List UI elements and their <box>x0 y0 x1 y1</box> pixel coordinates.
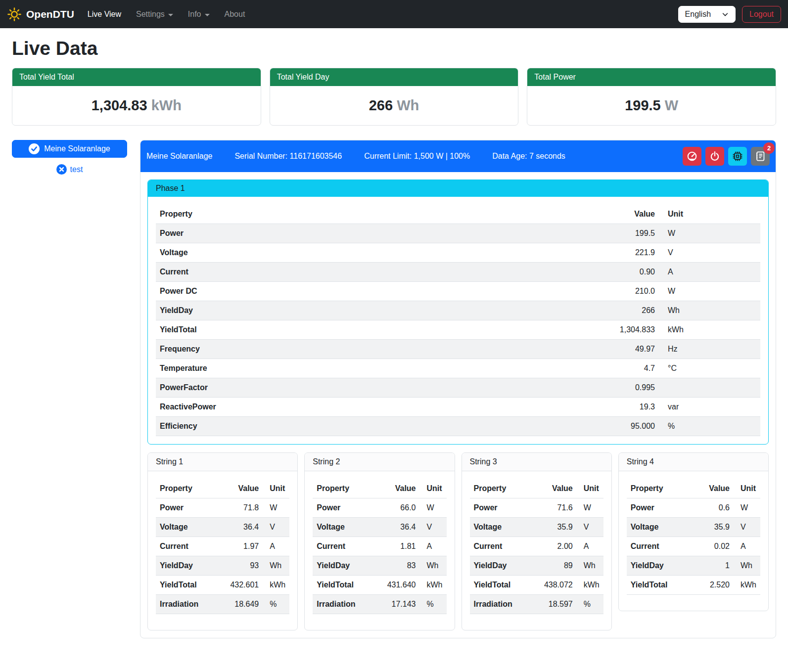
unit-cell: V <box>420 518 447 537</box>
table-header-row: Property Value Unit <box>627 479 760 498</box>
event-log-button[interactable]: 2 <box>751 147 770 166</box>
phase-card-body: Property Value Unit Power199.5WVoltage22… <box>148 197 768 444</box>
summary-card-unit: Wh <box>397 97 419 113</box>
value-cell: 93 <box>222 556 263 576</box>
column-header-value: Value <box>600 205 659 224</box>
brand-label: OpenDTU <box>26 8 74 20</box>
value-cell: 89 <box>536 556 577 576</box>
property-cell: YieldTotal <box>156 576 222 595</box>
unit-cell: W <box>577 498 603 518</box>
table-row: Temperature4.7°C <box>156 359 760 378</box>
limit-settings-button[interactable] <box>683 147 701 166</box>
property-cell: Irradiation <box>156 595 222 614</box>
unit-cell: Wh <box>577 556 603 576</box>
inverter-name: Meine Solaranlage <box>146 152 212 161</box>
logout-button[interactable]: Logout <box>742 6 781 23</box>
table-row: Current1.97A <box>156 537 289 556</box>
cpu-icon <box>732 151 743 162</box>
property-cell: Voltage <box>313 518 379 537</box>
brand[interactable]: OpenDTU <box>7 7 74 22</box>
value-cell: 1 <box>693 556 734 576</box>
unit-cell: W <box>734 498 760 518</box>
summary-card-unit: W <box>665 97 678 113</box>
nav-link-settings[interactable]: Settings <box>129 5 181 23</box>
unit-cell: Wh <box>263 556 289 576</box>
table-row: Voltage36.4V <box>156 518 289 537</box>
string-card-4: String 4 Property Value Unit Power0.6WVo… <box>618 452 769 611</box>
property-cell: Power <box>156 224 600 243</box>
inverter-selector-button[interactable]: Meine Solaranlage <box>12 140 127 158</box>
unit-cell: Wh <box>734 556 760 576</box>
value-cell: 1.81 <box>379 537 420 556</box>
value-cell: 2.00 <box>536 537 577 556</box>
inverter-link-label: test <box>70 165 83 174</box>
table-header-row: Property Value Unit <box>470 479 603 498</box>
property-cell: YieldDay <box>470 556 536 576</box>
table-row: Power71.6W <box>470 498 603 518</box>
summary-card-value: 266 Wh <box>270 86 518 125</box>
summary-card-total-power: Total Power 199.5 W <box>527 68 776 126</box>
value-cell: 210.0 <box>600 282 659 301</box>
string-table: Property Value Unit Power0.6WVoltage35.9… <box>627 479 760 595</box>
caret-down-icon <box>205 14 210 16</box>
table-row: Power66.0W <box>313 498 446 518</box>
value-cell: 36.4 <box>222 518 263 537</box>
table-row: Power71.8W <box>156 498 289 518</box>
property-cell: Irradiation <box>313 595 379 614</box>
summary-card-value: 1,304.83 kWh <box>12 86 261 125</box>
table-row: YieldDay83Wh <box>313 556 446 576</box>
inverter-panel-header: Meine Solaranlage Serial Number: 1161716… <box>140 140 776 172</box>
table-row: YieldTotal438.072kWh <box>470 576 603 595</box>
column-header-unit: Unit <box>420 479 447 498</box>
column-header-value: Value <box>379 479 420 498</box>
property-cell: Power <box>156 498 222 518</box>
language-select[interactable]: English <box>678 6 736 23</box>
column-header-property: Property <box>313 479 379 498</box>
phase-card-title: Phase 1 <box>148 180 768 197</box>
summary-card-title: Total Power <box>527 68 776 86</box>
unit-cell: kWh <box>659 320 760 340</box>
power-button[interactable] <box>705 147 724 166</box>
column-header-property: Property <box>627 479 693 498</box>
property-cell: Current <box>627 537 693 556</box>
value-cell: 221.9 <box>600 243 659 263</box>
value-cell: 83 <box>379 556 420 576</box>
inverter-action-buttons: 2 <box>683 147 770 166</box>
table-row: Power199.5W <box>156 224 760 243</box>
unit-cell: V <box>263 518 289 537</box>
property-cell: Power <box>470 498 536 518</box>
string-card-title: String 4 <box>619 453 768 471</box>
table-row: Voltage36.4V <box>313 518 446 537</box>
table-row: YieldTotal1,304.833kWh <box>156 320 760 340</box>
property-cell: Current <box>313 537 379 556</box>
string-card-body: Property Value Unit Power71.6WVoltage35.… <box>462 471 611 630</box>
device-info-button[interactable] <box>728 147 747 166</box>
table-header-row: Property Value Unit <box>156 479 289 498</box>
table-row: Power0.6W <box>627 498 760 518</box>
table-row: Irradiation18.597% <box>470 595 603 614</box>
nav-link-about[interactable]: About <box>217 5 253 23</box>
string-card-body: Property Value Unit Power71.8WVoltage36.… <box>148 471 297 630</box>
value-cell: 2.520 <box>693 576 734 595</box>
nav-link-live-view[interactable]: Live View <box>80 5 129 23</box>
unit-cell: A <box>420 537 447 556</box>
property-cell: Irradiation <box>470 595 536 614</box>
unit-cell: kWh <box>577 576 603 595</box>
unit-cell: Wh <box>420 556 447 576</box>
value-cell: 1,304.833 <box>600 320 659 340</box>
property-cell: Voltage <box>156 518 222 537</box>
table-row: Voltage35.9V <box>470 518 603 537</box>
summary-card-title: Total Yield Day <box>270 68 518 86</box>
unit-cell: A <box>577 537 603 556</box>
property-cell: YieldTotal <box>156 320 600 340</box>
strings-row: String 1 Property Value Unit Power71.8WV… <box>147 452 769 630</box>
property-cell: Voltage <box>627 518 693 537</box>
summary-row: Total Yield Total 1,304.83 kWh Total Yie… <box>12 68 776 126</box>
inverter-link-test[interactable]: test <box>12 164 127 175</box>
table-row: Current2.00A <box>470 537 603 556</box>
nav-link-info[interactable]: Info <box>181 5 217 23</box>
table-row: Power DC210.0W <box>156 282 760 301</box>
property-cell: YieldTotal <box>313 576 379 595</box>
string-table: Property Value Unit Power71.8WVoltage36.… <box>156 479 289 614</box>
table-row: YieldDay1Wh <box>627 556 760 576</box>
